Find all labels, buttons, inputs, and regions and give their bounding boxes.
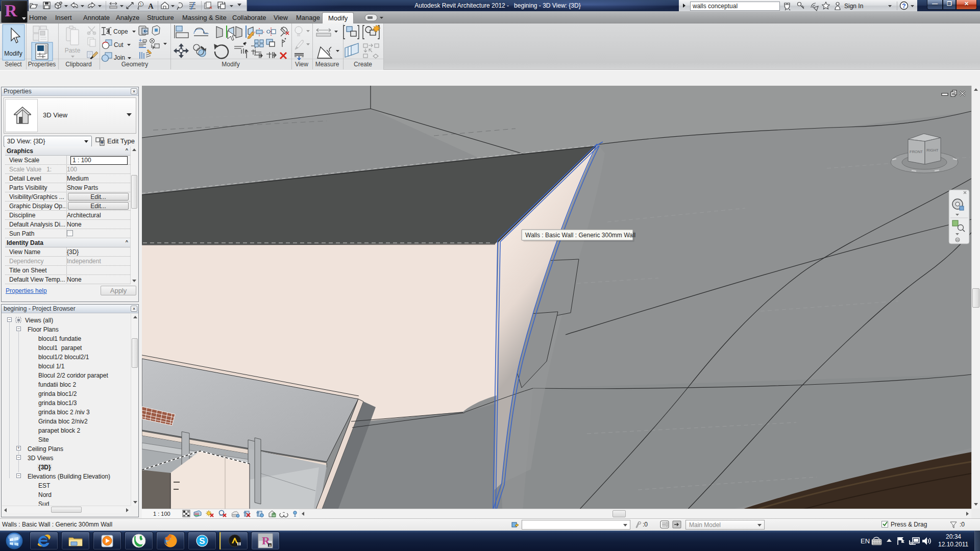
svg-text:Select: Select (5, 61, 22, 68)
svg-text:Paste: Paste (65, 47, 81, 54)
svg-text:Join: Join (114, 54, 125, 61)
svg-text:S: S (199, 536, 205, 546)
svg-text:Modify: Modify (4, 50, 22, 57)
svg-text:A: A (269, 544, 272, 547)
svg-text:Sign In: Sign In (844, 3, 863, 10)
svg-text:Cut: Cut (114, 41, 124, 48)
svg-text:Properties: Properties (28, 61, 56, 68)
svg-text:1: 1 (140, 3, 142, 6)
svg-text:Modify: Modify (222, 61, 239, 68)
svg-text:?: ? (902, 3, 905, 10)
svg-text:Geometry: Geometry (121, 61, 149, 68)
svg-text:Clipboard: Clipboard (65, 61, 91, 68)
svg-text:A: A (148, 2, 154, 10)
svg-text:Walls : Basic Wall : Generic 3: Walls : Basic Wall : Generic 300mm Wall (525, 232, 635, 239)
svg-text:FRONT: FRONT (910, 149, 923, 154)
svg-text:View: View (295, 61, 308, 68)
svg-text:RIGHT: RIGHT (926, 148, 939, 153)
svg-text:Create: Create (354, 61, 372, 68)
svg-text:Measure: Measure (315, 61, 339, 68)
svg-text:Cope: Cope (113, 28, 128, 35)
